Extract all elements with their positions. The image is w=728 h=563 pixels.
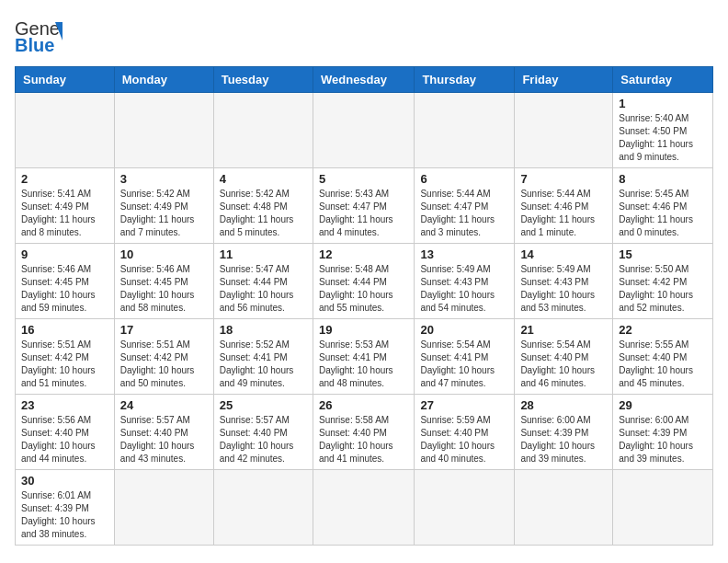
day-number: 28	[520, 398, 607, 412]
calendar-day-cell: 10Sunrise: 5:46 AM Sunset: 4:45 PM Dayli…	[114, 244, 213, 319]
calendar-day-cell: 14Sunrise: 5:49 AM Sunset: 4:43 PM Dayli…	[515, 244, 613, 319]
calendar-week-row: 30Sunrise: 6:01 AM Sunset: 4:39 PM Dayli…	[16, 470, 713, 546]
day-number: 27	[420, 398, 508, 412]
weekday-header: Wednesday	[313, 67, 414, 93]
calendar-day-cell	[114, 470, 213, 546]
calendar-day-cell	[515, 470, 613, 546]
calendar-day-cell: 18Sunrise: 5:52 AM Sunset: 4:41 PM Dayli…	[213, 319, 313, 395]
day-info: Sunrise: 5:54 AM Sunset: 4:41 PM Dayligh…	[420, 339, 508, 390]
svg-text:Blue: Blue	[15, 35, 54, 55]
day-info: Sunrise: 5:51 AM Sunset: 4:42 PM Dayligh…	[21, 339, 108, 390]
day-info: Sunrise: 5:40 AM Sunset: 4:50 PM Dayligh…	[619, 112, 707, 164]
day-number: 7	[520, 172, 607, 186]
day-info: Sunrise: 6:00 AM Sunset: 4:39 PM Dayligh…	[619, 414, 707, 465]
calendar-day-cell: 24Sunrise: 5:57 AM Sunset: 4:40 PM Dayli…	[114, 395, 213, 470]
calendar-day-cell	[213, 470, 313, 546]
calendar-day-cell: 27Sunrise: 5:59 AM Sunset: 4:40 PM Dayli…	[415, 395, 515, 470]
day-number: 21	[520, 323, 607, 337]
day-number: 17	[120, 323, 208, 337]
day-info: Sunrise: 5:53 AM Sunset: 4:41 PM Dayligh…	[319, 339, 408, 390]
calendar-day-cell: 30Sunrise: 6:01 AM Sunset: 4:39 PM Dayli…	[16, 470, 115, 546]
day-info: Sunrise: 5:46 AM Sunset: 4:45 PM Dayligh…	[21, 263, 108, 315]
day-info: Sunrise: 5:49 AM Sunset: 4:43 PM Dayligh…	[520, 263, 607, 315]
day-number: 1	[619, 97, 707, 110]
day-info: Sunrise: 5:48 AM Sunset: 4:44 PM Dayligh…	[319, 263, 408, 315]
day-number: 14	[520, 247, 607, 261]
calendar-day-cell: 22Sunrise: 5:55 AM Sunset: 4:40 PM Dayli…	[613, 319, 713, 395]
calendar-day-cell: 3Sunrise: 5:42 AM Sunset: 4:49 PM Daylig…	[114, 168, 213, 244]
day-info: Sunrise: 5:42 AM Sunset: 4:48 PM Dayligh…	[220, 188, 307, 239]
calendar-day-cell: 29Sunrise: 6:00 AM Sunset: 4:39 PM Dayli…	[613, 395, 713, 470]
day-number: 3	[120, 172, 208, 186]
calendar-day-cell: 23Sunrise: 5:56 AM Sunset: 4:40 PM Dayli…	[16, 395, 115, 470]
calendar-week-row: 2Sunrise: 5:41 AM Sunset: 4:49 PM Daylig…	[16, 168, 713, 244]
day-number: 20	[420, 323, 508, 337]
calendar-day-cell: 16Sunrise: 5:51 AM Sunset: 4:42 PM Dayli…	[16, 319, 115, 395]
day-number: 26	[319, 398, 408, 412]
weekday-header: Thursday	[415, 67, 515, 93]
calendar-day-cell: 17Sunrise: 5:51 AM Sunset: 4:42 PM Dayli…	[114, 319, 213, 395]
day-number: 9	[21, 247, 108, 261]
calendar-day-cell: 6Sunrise: 5:44 AM Sunset: 4:47 PM Daylig…	[415, 168, 515, 244]
day-info: Sunrise: 5:54 AM Sunset: 4:40 PM Dayligh…	[520, 339, 607, 390]
calendar-day-cell	[415, 470, 515, 546]
calendar-week-row: 9Sunrise: 5:46 AM Sunset: 4:45 PM Daylig…	[16, 244, 713, 319]
weekday-header: Sunday	[16, 67, 115, 93]
day-info: Sunrise: 5:47 AM Sunset: 4:44 PM Dayligh…	[220, 263, 307, 315]
day-number: 19	[319, 323, 408, 337]
day-info: Sunrise: 5:46 AM Sunset: 4:45 PM Dayligh…	[120, 263, 208, 315]
calendar-day-cell	[313, 470, 414, 546]
day-info: Sunrise: 5:41 AM Sunset: 4:49 PM Dayligh…	[21, 188, 108, 239]
day-info: Sunrise: 5:45 AM Sunset: 4:46 PM Dayligh…	[619, 188, 707, 239]
calendar-day-cell: 25Sunrise: 5:57 AM Sunset: 4:40 PM Dayli…	[213, 395, 313, 470]
calendar-day-cell: 1Sunrise: 5:40 AM Sunset: 4:50 PM Daylig…	[613, 93, 713, 168]
calendar-week-row: 1Sunrise: 5:40 AM Sunset: 4:50 PM Daylig…	[16, 93, 713, 168]
day-info: Sunrise: 6:01 AM Sunset: 4:39 PM Dayligh…	[21, 489, 108, 541]
logo-icon: General Blue	[15, 15, 63, 55]
day-info: Sunrise: 5:49 AM Sunset: 4:43 PM Dayligh…	[420, 263, 508, 315]
calendar-day-cell: 7Sunrise: 5:44 AM Sunset: 4:46 PM Daylig…	[515, 168, 613, 244]
weekday-header-row: SundayMondayTuesdayWednesdayThursdayFrid…	[16, 67, 713, 93]
day-number: 13	[420, 247, 508, 261]
logo: General Blue	[15, 15, 63, 55]
calendar-day-cell	[313, 93, 414, 168]
day-number: 12	[319, 247, 408, 261]
calendar-day-cell: 5Sunrise: 5:43 AM Sunset: 4:47 PM Daylig…	[313, 168, 414, 244]
header: General Blue	[15, 15, 713, 55]
calendar-day-cell: 20Sunrise: 5:54 AM Sunset: 4:41 PM Dayli…	[415, 319, 515, 395]
day-info: Sunrise: 5:59 AM Sunset: 4:40 PM Dayligh…	[420, 414, 508, 465]
day-number: 10	[120, 247, 208, 261]
day-info: Sunrise: 5:50 AM Sunset: 4:42 PM Dayligh…	[619, 263, 707, 315]
calendar-day-cell	[114, 93, 213, 168]
day-number: 25	[220, 398, 307, 412]
calendar-day-cell	[515, 93, 613, 168]
calendar-week-row: 23Sunrise: 5:56 AM Sunset: 4:40 PM Dayli…	[16, 395, 713, 470]
day-number: 23	[21, 398, 108, 412]
day-info: Sunrise: 5:55 AM Sunset: 4:40 PM Dayligh…	[619, 339, 707, 390]
calendar-week-row: 16Sunrise: 5:51 AM Sunset: 4:42 PM Dayli…	[16, 319, 713, 395]
day-info: Sunrise: 5:58 AM Sunset: 4:40 PM Dayligh…	[319, 414, 408, 465]
day-info: Sunrise: 5:42 AM Sunset: 4:49 PM Dayligh…	[120, 188, 208, 239]
day-number: 8	[619, 172, 707, 186]
day-info: Sunrise: 5:57 AM Sunset: 4:40 PM Dayligh…	[220, 414, 307, 465]
calendar-day-cell	[16, 93, 115, 168]
day-number: 5	[319, 172, 408, 186]
calendar-day-cell: 15Sunrise: 5:50 AM Sunset: 4:42 PM Dayli…	[613, 244, 713, 319]
weekday-header: Monday	[114, 67, 213, 93]
day-number: 11	[220, 247, 307, 261]
day-info: Sunrise: 5:52 AM Sunset: 4:41 PM Dayligh…	[220, 339, 307, 390]
day-number: 16	[21, 323, 108, 337]
day-info: Sunrise: 5:44 AM Sunset: 4:47 PM Dayligh…	[420, 188, 508, 239]
day-number: 2	[21, 172, 108, 186]
calendar-day-cell	[613, 470, 713, 546]
calendar-day-cell: 12Sunrise: 5:48 AM Sunset: 4:44 PM Dayli…	[313, 244, 414, 319]
calendar-day-cell: 21Sunrise: 5:54 AM Sunset: 4:40 PM Dayli…	[515, 319, 613, 395]
calendar-day-cell	[415, 93, 515, 168]
day-number: 29	[619, 398, 707, 412]
weekday-header: Tuesday	[213, 67, 313, 93]
day-number: 4	[220, 172, 307, 186]
day-info: Sunrise: 6:00 AM Sunset: 4:39 PM Dayligh…	[520, 414, 607, 465]
calendar-day-cell: 28Sunrise: 6:00 AM Sunset: 4:39 PM Dayli…	[515, 395, 613, 470]
day-info: Sunrise: 5:43 AM Sunset: 4:47 PM Dayligh…	[319, 188, 408, 239]
day-number: 30	[21, 474, 108, 488]
